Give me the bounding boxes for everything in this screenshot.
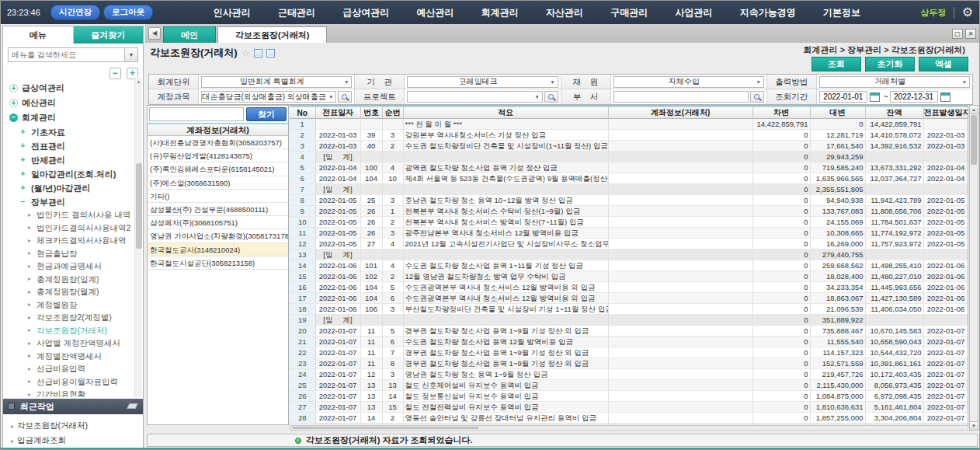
grid-header-cell[interactable]: 잔액: [865, 106, 923, 119]
tree-expand-icon[interactable]: [26, 237, 33, 246]
tree-expand-icon[interactable]: [26, 249, 33, 258]
table-row[interactable]: 4 [일 계] 0 29,943,259: [290, 152, 968, 162]
account-list-item[interactable]: 영남권 가야사업소(차량환경)(3058173178): [148, 229, 288, 242]
action-button[interactable]: 조회: [811, 57, 861, 72]
tree-expand-icon[interactable]: [26, 288, 33, 297]
tree-expand-icon[interactable]: [26, 326, 33, 335]
grid-header-cell[interactable]: 순번: [382, 106, 403, 119]
account-list-item[interactable]: 한국철도공사(3148210024): [148, 243, 288, 256]
table-row[interactable]: 19 [일 계] 0 351,889,922: [290, 315, 968, 326]
tree-expand-icon[interactable]: [26, 224, 33, 232]
tree-expand-icon[interactable]: [26, 365, 33, 374]
action-button[interactable]: 엑셀: [919, 57, 968, 72]
tree-expand-icon[interactable]: [26, 263, 33, 271]
menu-tree-item[interactable]: 현금과예금명세서: [3, 260, 135, 274]
table-row[interactable]: 20 2022-01-07 11 5 경부권 철도차량 청소사업 용역 1~9월…: [290, 326, 968, 337]
department-input[interactable]: [613, 91, 749, 103]
main-menu-item[interactable]: 인사관리: [214, 6, 251, 19]
search-icon[interactable]: [544, 91, 558, 103]
recent-work-item[interactable]: 입금계좌조회: [3, 433, 143, 448]
tab-main[interactable]: 메인: [163, 26, 216, 43]
output-method-select[interactable]: 거래처별 ▼: [819, 76, 970, 88]
action-button[interactable]: 초기화: [865, 57, 915, 72]
table-row[interactable]: 11 2022-01-05 26 3 광주전남본부 역사내 청소서비스 12월 …: [290, 228, 968, 239]
table-row[interactable]: 3 2022-01-03 40 2 수도권 철도차량정비단 건축물 및 시설장비…: [290, 141, 968, 152]
search-icon[interactable]: [338, 91, 352, 103]
table-row[interactable]: 10 2022-01-05 26 2 전북본부 역사내 청소서비스 방역비 정산…: [290, 217, 968, 228]
grid-header-cell[interactable]: 대변: [810, 106, 865, 119]
menu-tree-item[interactable]: 선급비용이월자료입력: [3, 376, 135, 389]
find-button[interactable]: 찾기: [246, 107, 287, 121]
menu-tree-item[interactable]: 기초자료: [3, 125, 135, 139]
table-row[interactable]: 9 2022-01-05 26 1 전북본부 역사내 청소서비스 수탁비 정산(…: [290, 206, 968, 217]
extend-session-button[interactable]: 시간연장: [50, 5, 100, 20]
menu-tree-item[interactable]: 체크카드결의서사용내역: [3, 235, 135, 248]
grid-header-cell[interactable]: 전표일자: [315, 106, 360, 119]
tree-expand-icon[interactable]: [19, 170, 27, 179]
grid-header-cell[interactable]: 차변: [752, 106, 810, 119]
menu-tree-item[interactable]: 반제관리: [3, 153, 135, 167]
recent-work-item[interactable]: 각보조원장(거래처): [3, 418, 143, 433]
tree-expand-icon[interactable]: [26, 340, 33, 348]
popup-icon[interactable]: [254, 49, 262, 58]
account-list-item[interactable]: 한국철도시설공단(3058213158): [148, 256, 288, 270]
tab-favorites[interactable]: 즐겨찾기: [74, 26, 144, 44]
table-row[interactable]: 17 2022-01-06 104 6 수도권광역본부 역사내 청소서비스 12…: [290, 293, 968, 304]
menu-tree-item[interactable]: 각보조원장(거래처): [3, 325, 135, 338]
main-menu-item[interactable]: 사업관리: [675, 6, 712, 19]
tree-expand-icon[interactable]: [9, 99, 18, 107]
table-row[interactable]: 21 2022-01-07 11 6 수도권 철도차량 청소사업 용역 12월 …: [290, 337, 968, 347]
tree-expand-icon[interactable]: [19, 128, 27, 137]
table-row[interactable]: 5 2022-01-04 100 4 광역권 철도차량 청소사업 용역 기성 정…: [290, 162, 968, 173]
table-row[interactable]: 13 [일 계] 0 279,440,755: [290, 249, 968, 260]
account-list-item[interactable]: (사)대전충남경영자총협회(3058203757): [148, 136, 288, 149]
menu-tree-item[interactable]: 현금출납장: [3, 248, 135, 261]
favorite-star-icon[interactable]: ☆: [242, 47, 251, 59]
tree-expand-icon[interactable]: [9, 84, 18, 92]
menu-tree-item[interactable]: 계정별원장: [3, 299, 135, 312]
table-row[interactable]: 25 2022-01-07 13 13 철도 신호제어설비 유지보수 용역비 입…: [290, 380, 968, 391]
institution-select[interactable]: 코레일테크 ▼: [407, 76, 558, 88]
main-menu-item[interactable]: 자산관리: [546, 6, 583, 19]
tree-expand-icon[interactable]: [26, 391, 33, 397]
eraser-icon[interactable]: [127, 403, 137, 409]
table-row[interactable]: 27 2022-01-07 13 15 철도 전철전력설비 유지보수 용역비 입…: [290, 402, 968, 413]
menu-tree-item[interactable]: 법인카드 결의서사용 내역: [3, 209, 135, 222]
account-list-item[interactable]: (주)에스알(3058631590): [148, 176, 288, 190]
tree-expand-icon[interactable]: [19, 156, 27, 165]
table-row[interactable]: 23 2022-01-07 11 8 경부권 철도차량 청소사업 용역 1~9월…: [290, 358, 968, 369]
accounting-unit-select[interactable]: 일반회계 특별회계 ▼: [201, 76, 352, 88]
menu-tree-item[interactable]: (월/년)마감관리: [3, 181, 135, 195]
table-row[interactable]: 18 2022-01-06 106 3 부산철도차량정비단 건축물 및 시설장비…: [290, 304, 968, 315]
tree-expand-icon[interactable]: [19, 184, 27, 193]
tree-expand-icon[interactable]: [26, 352, 33, 361]
menu-tree-item[interactable]: 총계정원장(월계): [3, 286, 135, 299]
menu-tree-item[interactable]: 사업별 계정잔액명세서: [3, 337, 135, 351]
main-menu-item[interactable]: 급상여관리: [342, 6, 389, 19]
chevron-down-icon[interactable]: ▼: [125, 47, 138, 62]
menu-tree-item[interactable]: 급상여관리: [3, 81, 135, 96]
grid-header-cell[interactable]: 번호: [360, 106, 382, 119]
tree-expand-icon[interactable]: [19, 142, 27, 151]
menu-tree-item[interactable]: 기간비용현황: [3, 389, 135, 397]
table-row[interactable]: 14 2022-01-06 101 4 수도권 철도차량 청소사업 용역 1~1…: [290, 260, 968, 271]
tab-menu[interactable]: 메뉴: [3, 26, 74, 44]
fund-select[interactable]: 자체수입 ▼: [613, 76, 764, 88]
tree-expand-icon[interactable]: [26, 301, 33, 309]
menu-tree-item[interactable]: 법인카드결의서사용내역2: [3, 222, 135, 235]
main-menu-item[interactable]: 구매관리: [610, 6, 648, 19]
grid-header-cell[interactable]: 적요: [403, 106, 608, 119]
table-row[interactable]: 15 2022-01-06 102 2 12월 영남권 철도차량청소 방역 업무…: [290, 271, 968, 282]
table-row[interactable]: 28 2022-01-07 14 2 영동선 솔안터널 및 강릉선 장대터널 유…: [290, 413, 968, 424]
close-icon[interactable]: ✕: [965, 29, 976, 39]
tree-expand-icon[interactable]: [26, 275, 33, 284]
calendar-icon[interactable]: [940, 92, 950, 102]
menu-tree-item[interactable]: 계정별잔액명세서: [3, 351, 135, 364]
account-list-item[interactable]: (주)록인김해레스포타운(6158145021): [148, 162, 288, 176]
table-row[interactable]: 22 2022-01-07 11 7 경부권 철도차량 청소사업 용역 1~9월…: [290, 347, 968, 358]
table-row[interactable]: 2 2022-01-03 39 3 강원본부 역사내청소서비스 기성 정산 입금…: [290, 130, 968, 141]
calendar-icon[interactable]: [870, 92, 880, 102]
table-row[interactable]: 7 [일 계] 0 2,355,551,805: [290, 184, 968, 195]
tab-document[interactable]: 각보조원장(거래처): [217, 26, 327, 43]
table-row[interactable]: 24 2022-01-07 12 3 영남권 철도차량 청소 용역 1~9월 정…: [290, 369, 968, 380]
